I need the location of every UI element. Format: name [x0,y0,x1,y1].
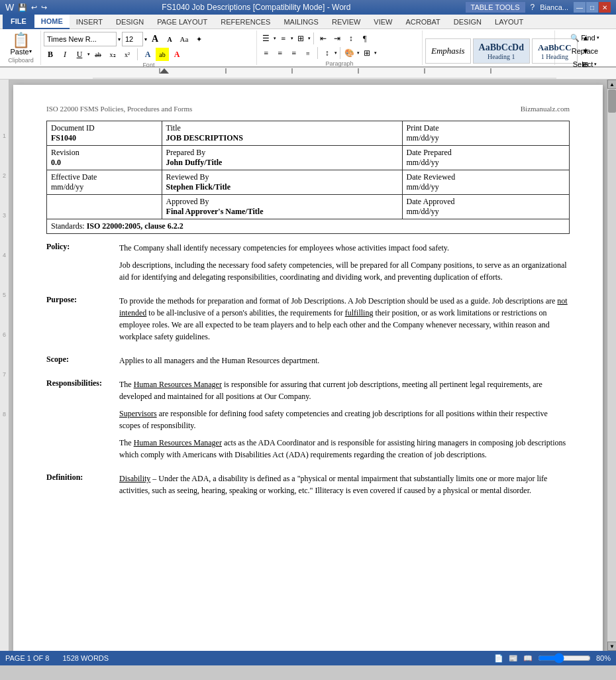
shading-button[interactable]: 🎨 [343,46,356,60]
change-case-button[interactable]: Aa [178,32,191,46]
strikethrough-button[interactable]: ab [91,48,105,61]
subscript-button[interactable]: x₂ [106,48,119,61]
tab-home[interactable]: HOME [34,15,70,29]
multilevel-dropdown[interactable]: ▾ [308,36,311,41]
justify-button[interactable]: ≡ [301,46,315,60]
tab-insert[interactable]: INSERT [70,15,109,29]
styles-section: Emphasis AaBbCcDd Heading 1 AaBbCC 1 Hea… [423,30,555,65]
font-size-dropdown[interactable]: ▾ [144,36,147,42]
style-heading1[interactable]: AaBbCcDd Heading 1 [473,38,530,64]
tab-page-layout[interactable]: PAGE LAYOUT [150,15,214,29]
line-spacing-dropdown[interactable]: ▾ [334,50,337,56]
tab-mailings[interactable]: MAILINGS [277,15,325,29]
hrm-link2: Human Resources Manager [134,438,222,447]
vertical-scrollbar[interactable]: ▲ ▼ [607,80,616,651]
main-area: 1 2 3 4 5 6 7 8 ISO 22000 FSMS Policies,… [0,80,616,651]
quick-access-save[interactable]: 💾 [18,3,27,12]
bold-button[interactable]: B [44,48,57,61]
text-highlight-button[interactable]: ab [156,48,169,61]
replace-button[interactable]: Replace [569,45,601,57]
find-icon: 🔍 [570,34,580,42]
close-button[interactable]: ✕ [599,2,611,13]
view-read-icon[interactable]: 📖 [523,654,533,663]
quick-access-undo[interactable]: ↩ [31,3,37,12]
borders-dropdown[interactable]: ▾ [374,50,377,56]
shading-dropdown[interactable]: ▾ [357,50,360,56]
numbering-dropdown[interactable]: ▾ [291,36,293,41]
revision-label: Revision0.0 [47,146,162,170]
tab-file[interactable]: FILE [3,15,34,29]
find-button[interactable]: 🔍 Find ▾ [568,32,601,44]
align-center-button[interactable]: ≡ [274,46,287,60]
bullets-dropdown[interactable]: ▾ [274,36,276,41]
superscript-button[interactable]: x² [121,48,134,61]
paragraph-label: Paragraph [260,60,419,67]
tab-design[interactable]: DESIGN [109,15,150,29]
scroll-thumb[interactable] [608,89,616,113]
font-size-input[interactable] [122,32,143,46]
scroll-down-button[interactable]: ▼ [607,642,616,651]
scroll-area[interactable]: ISO 22000 FSMS Policies, Procedures and … [9,80,607,651]
quick-access-redo[interactable]: ↪ [41,3,47,12]
sep3 [317,47,318,59]
purpose-label: Purpose: [46,295,119,348]
paste-label[interactable]: Paste [10,48,28,56]
maximize-button[interactable]: □ [586,2,598,13]
bullets-button[interactable]: ☰ [260,32,273,45]
font-name-dropdown[interactable]: ▾ [118,36,121,42]
line-spacing-button[interactable]: ↕ [321,46,334,60]
zoom-slider[interactable] [538,654,591,662]
font-grow-button[interactable]: A [148,32,162,46]
help-button[interactable]: ? [531,3,535,12]
font-shrink-button[interactable]: A [163,32,176,46]
numbering-button[interactable]: ≡ [277,32,290,45]
sort-button[interactable]: ↕ [344,32,358,45]
supervisors-link: Supervisors [119,409,157,418]
revision-value: 0.0 [51,158,61,167]
resp-para1: The Human Resources Manager is responsib… [119,378,570,402]
tab-review[interactable]: REVIEW [325,15,367,29]
italic-button[interactable]: I [58,48,72,61]
zoom-level[interactable]: 80% [596,654,611,662]
style-emphasis[interactable]: Emphasis [425,38,471,64]
clipboard-label: Clipboard [4,56,38,64]
view-web-icon[interactable]: 📰 [509,654,518,663]
scope-content: Applies to all managers and the Human Re… [119,355,570,372]
font-name-input[interactable] [44,32,117,46]
tab-design2[interactable]: DESIGN [447,15,488,29]
decrease-indent-button[interactable]: ⇤ [317,32,330,45]
user-name[interactable]: Bianca... [540,3,568,11]
scroll-up-button[interactable]: ▲ [607,80,616,89]
minimize-button[interactable]: — [574,2,586,13]
underline-dropdown[interactable]: ▾ [87,52,90,57]
policy-content: The Company shall identify necessary com… [119,242,570,288]
paragraph-section: ☰ ▾ ≡ ▾ ⊞ ▾ ⇤ ⇥ ↕ ¶ ≡ ≡ ≡ ≡ ↕ ▾ [257,30,423,65]
align-right-button[interactable]: ≡ [287,46,301,60]
view-print-icon[interactable]: 📄 [494,654,503,663]
purpose-text: To provide the methods for preparation a… [119,295,570,343]
tab-references[interactable]: REFERENCES [214,15,277,29]
font-color-button[interactable]: A [170,48,183,61]
borders-button[interactable]: ⊞ [360,46,374,60]
paste-button[interactable]: 📋 [12,33,30,48]
tab-acrobat[interactable]: ACROBAT [399,15,446,29]
reviewed-by-value: Stephen Flick/Title [166,182,231,192]
increase-indent-button[interactable]: ⇥ [331,32,344,45]
clear-formatting-button[interactable]: ✦ [192,32,205,46]
table-row: Effective Datemm/dd/yy Reviewed ByStephe… [47,170,570,195]
underline-button[interactable]: U [73,48,86,61]
multilevel-button[interactable]: ⊞ [294,32,307,45]
show-formatting-button[interactable]: ¶ [358,32,372,45]
find-dropdown[interactable]: ▾ [597,35,599,40]
heading1-label: AaBbCcDd [479,42,524,53]
tab-layout[interactable]: LAYOUT [488,15,530,29]
select-dropdown[interactable]: ▾ [594,62,597,67]
document-page: ISO 22000 FSMS Policies, Procedures and … [13,85,603,651]
fulfilling-text: fulfilling [345,308,374,317]
tab-view[interactable]: VIEW [367,15,399,29]
text-effects-button[interactable]: A [141,48,154,61]
paste-dropdown[interactable]: ▾ [29,48,32,54]
ribbon: 📋 Paste ▾ Clipboard ▾ ▾ A A Aa ✦ B [0,29,616,68]
align-left-button[interactable]: ≡ [260,46,273,60]
date-prepared-label: Date Preparedmm/dd/yy [402,146,569,170]
